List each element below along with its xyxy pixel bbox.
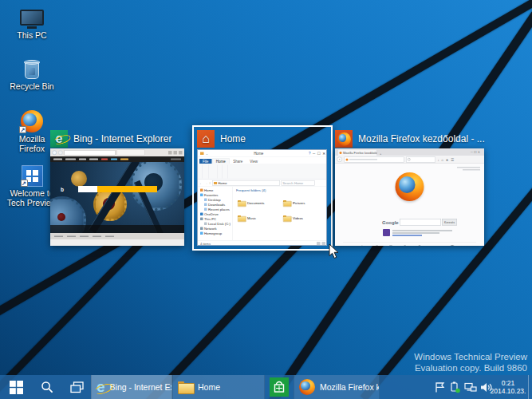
home-icon[interactable]: ⌂ bbox=[441, 157, 443, 161]
taskbar: e Bing - Internet Ex... Home Mozilla Fir… bbox=[0, 375, 532, 399]
folder-icon bbox=[283, 200, 291, 206]
start-sync[interactable]: ⟳Sync bbox=[399, 244, 412, 246]
switcher-thumbnail-firefox[interactable]: Mozilla Firefox kezdőoldal + ─ ☐ ✕ ‹ ↓ ⌂… bbox=[335, 148, 484, 246]
window-controls[interactable]: ─ ☐ ✕ bbox=[471, 151, 480, 155]
home-folder-icon: ⌂ bbox=[197, 130, 215, 148]
task-view-button[interactable] bbox=[62, 375, 91, 399]
up-icon[interactable]: ↑ bbox=[209, 181, 211, 185]
folder-icon bbox=[283, 215, 291, 221]
tab-view[interactable]: View bbox=[246, 159, 261, 164]
firefox-icon bbox=[299, 379, 315, 395]
taskbar-button-label: Mozilla Firefox ke... bbox=[320, 382, 380, 392]
tab-home[interactable]: Home bbox=[212, 159, 229, 164]
switcher-selection-home[interactable]: ⌂ Home ⌄Home ? ─☐✕ File Home Share View bbox=[192, 125, 333, 251]
bing-page-image: b bbox=[50, 162, 184, 233]
taskbar-clock[interactable]: 0:21 2014.10.23. bbox=[488, 375, 528, 399]
forward-icon bbox=[58, 150, 63, 155]
bing-logo: b bbox=[61, 187, 64, 193]
back-icon[interactable]: ← bbox=[199, 181, 203, 185]
menu-icon[interactable]: ☰ bbox=[451, 157, 454, 161]
bookmark-icon[interactable]: ★ bbox=[445, 157, 448, 161]
search-field[interactable] bbox=[406, 156, 435, 162]
address-text: Home bbox=[218, 181, 227, 185]
start-button[interactable] bbox=[0, 375, 32, 399]
internet-explorer-icon: e bbox=[97, 380, 105, 394]
desktop: This PC Recycle Bin ↗ Mozilla Firefox ↗ … bbox=[0, 0, 532, 399]
browser-tab[interactable]: Mozilla Firefox kezdőoldal bbox=[337, 150, 377, 156]
switcher-thumbnail-home[interactable]: ⌄Home ? ─☐✕ File Home Share View bbox=[197, 149, 327, 246]
taskbar-button-label: Bing - Internet Ex... bbox=[110, 382, 172, 392]
url-field[interactable] bbox=[345, 156, 404, 162]
switcher-title-ie: e Bing - Internet Explorer bbox=[50, 130, 171, 148]
start-addons[interactable]: ⊞Kiegészítők bbox=[384, 244, 397, 246]
taskbar-button-label: Home bbox=[198, 382, 220, 392]
task-view-icon bbox=[70, 381, 84, 393]
search-field[interactable]: Search Home bbox=[281, 180, 314, 186]
firefox-nav-bar: ‹ ↓ ⌂ ★ ☰ bbox=[335, 156, 484, 164]
start-downloads[interactable]: ↓Letöltések bbox=[341, 244, 354, 246]
desktop-icon-label: Recycle Bin bbox=[6, 81, 57, 91]
windows-store-icon bbox=[270, 377, 289, 397]
search-icon bbox=[408, 158, 411, 161]
download-icon[interactable]: ↓ bbox=[438, 157, 439, 161]
system-tray bbox=[434, 375, 493, 399]
google-search-button[interactable]: Keresés bbox=[442, 219, 457, 226]
back-icon[interactable]: ‹ bbox=[337, 157, 343, 163]
search-button[interactable] bbox=[32, 375, 62, 399]
promo-link[interactable] bbox=[392, 235, 422, 236]
address-field[interactable]: Home bbox=[212, 180, 280, 186]
forward-icon[interactable]: → bbox=[204, 181, 208, 185]
taskbar-button-explorer[interactable]: Home bbox=[172, 375, 265, 399]
window-title: Mozilla Firefox kezdőoldal - ... bbox=[358, 133, 485, 144]
shortcut-arrow-icon: ↗ bbox=[19, 126, 26, 133]
group-header[interactable]: Frequent folders (4) bbox=[236, 188, 266, 192]
folder-icon bbox=[238, 215, 246, 221]
new-tab-icon[interactable]: + bbox=[380, 152, 381, 156]
explorer-window-title: Home bbox=[208, 152, 309, 156]
recycle-bin-icon bbox=[6, 56, 57, 80]
build-watermark: Windows Technical Preview Evaluation cop… bbox=[414, 351, 527, 373]
taskbar-button-store[interactable] bbox=[265, 375, 294, 399]
windows-logo-icon bbox=[10, 381, 23, 394]
explorer-ribbon-tabs: File Home Share View bbox=[198, 157, 327, 164]
start-history[interactable]: ⟲Előzmények bbox=[370, 244, 383, 246]
folder-item[interactable]: Documents bbox=[238, 200, 265, 206]
start-settings[interactable]: ⚙Beállítások bbox=[413, 244, 426, 246]
folder-item[interactable]: Pictures bbox=[283, 200, 305, 206]
tab-file[interactable]: File bbox=[199, 159, 211, 164]
firefox-start-page: Google Keresés ↓Letöltések ★Könyvjelzők … bbox=[335, 164, 484, 246]
window-title: Home bbox=[220, 133, 246, 144]
tab-share[interactable]: Share bbox=[230, 159, 246, 164]
image-caption-strip bbox=[50, 225, 184, 233]
mouse-cursor bbox=[329, 244, 340, 260]
favicon bbox=[340, 152, 342, 154]
explorer-nav-pane: Home Favorites Desktop Downloads Recent … bbox=[198, 187, 233, 240]
network-icon[interactable] bbox=[464, 381, 477, 393]
action-center-flag-icon[interactable] bbox=[434, 381, 446, 393]
file-explorer-icon bbox=[178, 381, 193, 393]
remove-hardware-icon[interactable] bbox=[449, 381, 461, 393]
taskbar-button-firefox[interactable]: Mozilla Firefox ke... bbox=[294, 375, 380, 399]
computer-icon bbox=[6, 5, 57, 29]
switcher-thumbnail-ie[interactable]: b bbox=[50, 148, 184, 246]
folder-item[interactable]: Music bbox=[238, 215, 256, 221]
bing-search-button bbox=[97, 186, 157, 192]
window-title: Bing - Internet Explorer bbox=[73, 133, 171, 144]
folder-item[interactable]: Videos bbox=[283, 215, 303, 221]
desktop-icon-this-pc[interactable]: This PC bbox=[6, 5, 57, 40]
shortcut-arrow-icon: ↗ bbox=[21, 180, 28, 187]
promo-icon bbox=[383, 229, 390, 236]
search-placeholder: Search Home bbox=[282, 181, 303, 185]
explorer-titlebar: ⌄Home ? ─☐✕ bbox=[198, 150, 327, 157]
explorer-status-bar: 4 items bbox=[198, 240, 327, 246]
taskbar-button-ie[interactable]: e Bing - Internet Ex... bbox=[91, 375, 172, 399]
desktop-icon-recycle-bin[interactable]: Recycle Bin bbox=[6, 56, 57, 91]
google-search-input[interactable] bbox=[400, 219, 441, 226]
start-bookmarks[interactable]: ★Könyvjelzők bbox=[356, 244, 368, 246]
desktop-icon-label: This PC bbox=[6, 30, 57, 40]
show-desktop-button[interactable] bbox=[528, 375, 532, 399]
tree-item[interactable]: Homegroup bbox=[198, 231, 233, 235]
firefox-logo bbox=[396, 172, 424, 201]
switcher-title-firefox: Mozilla Firefox kezdőoldal - ... bbox=[335, 130, 485, 148]
clock-date: 2014.10.23. bbox=[491, 387, 526, 396]
